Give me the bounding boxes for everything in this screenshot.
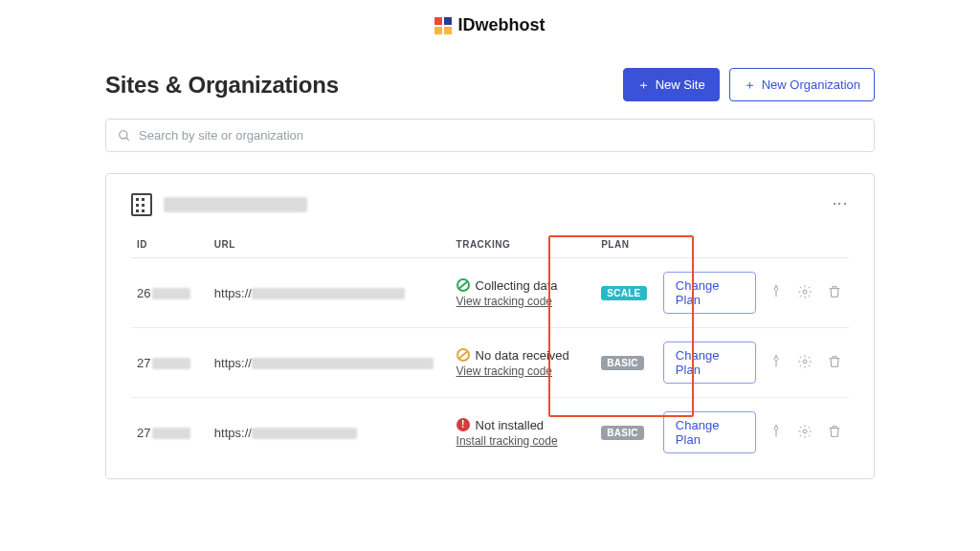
search-bar[interactable] (105, 119, 875, 152)
new-site-label: New Site (656, 77, 705, 92)
pin-icon[interactable] (768, 424, 784, 439)
id-redacted (152, 428, 190, 439)
organization-name-redacted (164, 197, 307, 212)
organization-panel: ⋮ ID URL TRACKING PLAN 26 (105, 173, 875, 479)
site-id: 26 (131, 258, 209, 328)
site-id: 27 (131, 328, 209, 398)
building-icon (131, 193, 152, 216)
site-id: 27 (131, 398, 209, 468)
site-url: https:// (209, 258, 451, 328)
new-org-label: New Organization (762, 77, 860, 92)
table-row: 27 https:// ! Not installed Install trac… (131, 398, 849, 468)
url-redacted (252, 358, 434, 369)
plan-cell: BASIC (595, 328, 657, 398)
gear-icon[interactable] (797, 284, 813, 299)
status-error-icon: ! (457, 418, 470, 431)
search-input[interactable] (139, 128, 862, 143)
tracking-cell: Collecting data View tracking code (451, 258, 596, 328)
plus-icon: ＋ (744, 78, 756, 91)
url-redacted (252, 288, 405, 299)
plan-badge: BASIC (601, 426, 644, 440)
brand-name: IDwebhost (457, 15, 545, 35)
kebab-menu-icon[interactable]: ⋮ (831, 196, 849, 213)
gear-icon[interactable] (797, 354, 813, 369)
brand-logo-icon (434, 17, 452, 34)
new-site-button[interactable]: ＋ New Site (623, 68, 720, 101)
organization-identity (131, 193, 307, 216)
svg-line-1 (126, 137, 129, 140)
url-redacted (252, 428, 357, 439)
site-url: https:// (209, 328, 451, 398)
header-actions: ＋ New Site ＋ New Organization (623, 68, 875, 101)
page-title: Sites & Organizations (105, 72, 339, 99)
svg-point-4 (803, 430, 807, 433)
tracking-status: ! Not installed (457, 418, 590, 432)
brand-header: IDwebhost (0, 0, 980, 43)
page-header: Sites & Organizations ＋ New Site ＋ New O… (105, 68, 875, 101)
pin-icon[interactable] (768, 354, 784, 369)
status-warn-icon (457, 348, 470, 362)
change-plan-button[interactable]: Change Plan (663, 342, 756, 384)
column-url: URL (209, 231, 451, 258)
status-ok-icon (457, 278, 470, 292)
tracking-status: Collecting data (457, 278, 590, 293)
gear-icon[interactable] (797, 424, 813, 439)
trash-icon[interactable] (827, 354, 842, 369)
tracking-cell: ! Not installed Install tracking code (451, 398, 596, 468)
change-plan-button[interactable]: Change Plan (663, 272, 756, 314)
plus-icon: ＋ (637, 78, 650, 91)
svg-point-3 (803, 360, 807, 364)
install-tracking-code-link[interactable]: Install tracking code (457, 434, 558, 448)
site-url: https:// (209, 398, 451, 468)
id-redacted (152, 358, 190, 369)
view-tracking-code-link[interactable]: View tracking code (457, 295, 553, 308)
column-tracking: TRACKING (451, 231, 596, 258)
search-icon (118, 129, 131, 143)
table-row: 27 https:// No data received View tracki… (131, 328, 849, 398)
column-plan: PLAN (595, 231, 657, 258)
tracking-status: No data received (457, 348, 590, 363)
new-organization-button[interactable]: ＋ New Organization (729, 68, 875, 101)
plan-badge: SCALE (601, 286, 646, 300)
pin-icon[interactable] (768, 284, 784, 299)
plan-cell: SCALE (595, 258, 657, 328)
column-id: ID (131, 231, 209, 258)
organization-header: ⋮ (131, 193, 849, 231)
change-plan-button[interactable]: Change Plan (663, 411, 756, 453)
sites-table: ID URL TRACKING PLAN 26 http (131, 231, 849, 467)
trash-icon[interactable] (827, 424, 842, 439)
id-redacted (152, 288, 190, 299)
tracking-cell: No data received View tracking code (451, 328, 596, 398)
plan-cell: BASIC (595, 398, 657, 468)
svg-point-0 (120, 130, 127, 138)
svg-point-2 (803, 290, 807, 294)
view-tracking-code-link[interactable]: View tracking code (457, 364, 553, 378)
trash-icon[interactable] (827, 284, 842, 299)
table-row: 26 https:// Collecting data View trackin… (131, 258, 849, 328)
plan-badge: BASIC (601, 356, 644, 370)
